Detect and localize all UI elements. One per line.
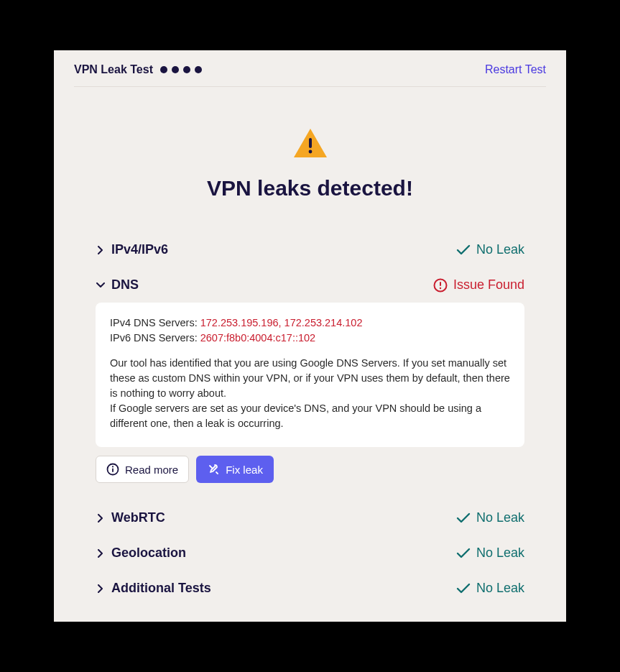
info-circle-icon [106,463,119,476]
fix-leak-button[interactable]: Fix leak [196,456,274,483]
ipv4-dns-label: IPv4 DNS Servers: [110,317,200,328]
section-row-ipv4ipv6[interactable]: IPv4/IPv6 No Leak [96,232,524,267]
alert-circle-icon [433,278,448,293]
restart-test-link[interactable]: Restart Test [485,63,546,76]
status-badge: No Leak [456,546,524,561]
chevron-right-icon [96,549,106,558]
fix-leak-label: Fix leak [226,464,263,476]
check-icon [456,548,471,559]
dns-explanation-1: Our tool has identified that you are usi… [110,356,510,401]
ipv4-dns-value: 172.253.195.196, 172.253.214.102 [200,317,363,328]
status-text: No Leak [476,581,524,596]
progress-dot [160,66,167,73]
status-badge: No Leak [456,581,524,596]
section-name: DNS [111,277,139,293]
card-header: VPN Leak Test Restart Test [74,63,546,87]
card-title: VPN Leak Test [74,63,153,76]
svg-point-4 [440,287,441,288]
tools-icon [207,463,220,476]
svg-rect-3 [440,282,441,286]
ipv6-dns-value: 2607:f8b0:4004:c17::102 [200,332,315,344]
section-name: Additional Tests [111,581,211,596]
sections-list: IPv4/IPv6 No Leak DNS [74,232,546,606]
svg-rect-6 [112,469,114,473]
status-text: No Leak [476,242,524,257]
check-icon [456,583,471,594]
vpn-leak-test-card: VPN Leak Test Restart Test VPN leaks det… [54,50,566,622]
warning-triangle-icon [292,127,328,159]
section-row-geolocation[interactable]: Geolocation No Leak [96,535,524,571]
hero-title: VPN leaks detected! [207,176,413,201]
card-header-left: VPN Leak Test [74,63,202,76]
status-badge: Issue Found [433,277,524,293]
check-icon [456,512,471,524]
ipv6-dns-label: IPv6 DNS Servers: [110,332,200,344]
section-name: IPv4/IPv6 [111,242,168,257]
chevron-down-icon [96,282,106,288]
hero: VPN leaks detected! [74,127,546,201]
chevron-right-icon [96,584,106,593]
status-badge: No Leak [456,242,524,257]
progress-dots [160,66,202,73]
dns-details-panel: IPv4 DNS Servers: 172.253.195.196, 172.2… [96,303,524,447]
dns-explanation-2: If Google servers are set as your device… [110,401,510,431]
chevron-right-icon [96,514,106,523]
status-text: No Leak [476,546,524,561]
section-row-webrtc[interactable]: WebRTC No Leak [96,500,524,535]
status-text: No Leak [476,510,524,525]
check-icon [456,244,471,256]
status-text: Issue Found [453,277,524,293]
progress-dot [183,66,190,73]
dns-servers-block: IPv4 DNS Servers: 172.253.195.196, 172.2… [110,316,510,346]
section-row-dns[interactable]: DNS Issue Found [96,267,524,303]
section-name: Geolocation [111,546,186,561]
dns-panel-actions: Read more Fix leak [96,456,524,483]
svg-point-7 [112,466,114,467]
progress-dot [195,66,202,73]
chevron-right-icon [96,246,106,254]
read-more-button[interactable]: Read more [96,456,189,483]
svg-rect-0 [309,138,312,148]
section-row-additional-tests[interactable]: Additional Tests No Leak [96,571,524,606]
progress-dot [172,66,179,73]
section-name: WebRTC [111,510,165,525]
read-more-label: Read more [125,464,178,476]
status-badge: No Leak [456,510,524,525]
svg-point-1 [308,150,312,154]
